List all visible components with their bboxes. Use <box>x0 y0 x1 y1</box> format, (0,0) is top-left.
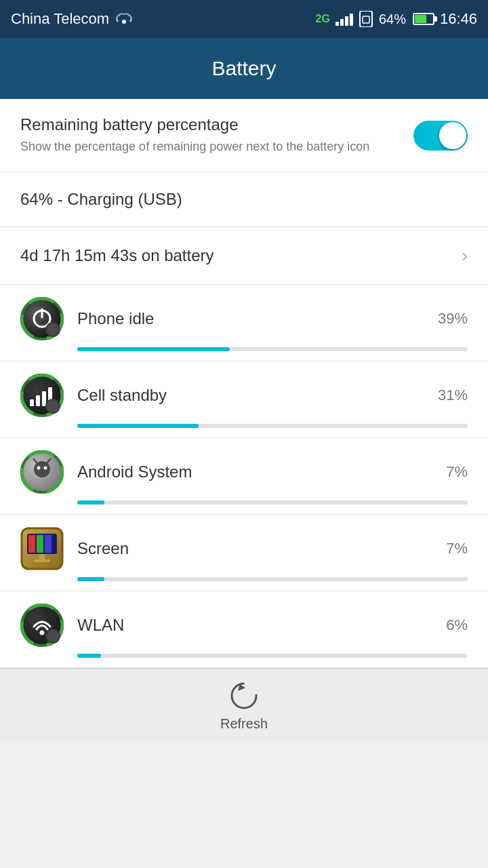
status-right: 2G 64% 16:46 <box>316 10 477 28</box>
android-system-name: Android System <box>77 462 446 481</box>
svg-point-31 <box>40 631 45 635</box>
svg-rect-27 <box>39 554 45 559</box>
charging-status-text: 64% - Charging (USB) <box>20 190 182 209</box>
android-system-pct: 7% <box>446 463 468 481</box>
svg-rect-12 <box>42 391 46 406</box>
battery-time-row[interactable]: 4d 17h 15m 43s on battery › <box>0 227 488 285</box>
svg-point-18 <box>37 467 41 470</box>
svg-point-19 <box>44 467 47 470</box>
screen-name: Screen <box>77 539 446 558</box>
refresh-icon <box>228 679 260 712</box>
svg-point-0 <box>122 20 126 24</box>
phone-idle-name: Phone idle <box>77 309 438 328</box>
phone-idle-icon <box>20 297 64 340</box>
battery-item-screen[interactable]: Screen 7% <box>0 515 488 591</box>
carrier-name: China Telecom <box>11 10 109 28</box>
battery-time-text: 4d 17h 15m 43s on battery <box>20 246 214 265</box>
phone-idle-pct: 39% <box>438 310 468 328</box>
screen-pct: 7% <box>446 540 468 557</box>
battery-item-phone-idle[interactable]: Phone idle 39% <box>0 285 488 361</box>
svg-point-32 <box>46 629 60 643</box>
chevron-right-icon: › <box>462 245 468 267</box>
signal-bars <box>336 12 353 26</box>
android-system-bar <box>77 500 468 505</box>
refresh-button[interactable]: Refresh <box>220 679 268 732</box>
bottom-bar[interactable]: Refresh <box>0 668 488 743</box>
status-left: China Telecom <box>11 10 134 28</box>
status-bar: China Telecom 2G 64% 16:46 <box>0 0 488 38</box>
battery-item-wlan[interactable]: WLAN 6% <box>0 591 488 668</box>
android-system-icon <box>20 450 64 494</box>
wlan-pct: 6% <box>446 616 468 634</box>
remaining-battery-desc: Show the percentage of remaining power n… <box>20 138 400 155</box>
remaining-battery-row[interactable]: Remaining battery percentage Show the pe… <box>0 99 488 172</box>
svg-rect-28 <box>34 559 50 562</box>
svg-rect-26 <box>45 535 52 553</box>
battery-item-cell-standby[interactable]: Cell standby 31% <box>0 361 488 438</box>
cell-standby-name: Cell standby <box>77 386 438 405</box>
svg-rect-24 <box>28 535 35 553</box>
time-display: 16:46 <box>440 10 477 28</box>
refresh-label: Refresh <box>220 716 268 732</box>
svg-point-17 <box>34 461 50 477</box>
svg-rect-2 <box>363 16 369 23</box>
battery-icon <box>413 13 434 25</box>
app-bar: Battery <box>0 38 488 99</box>
battery-items-list: Phone idle 39% <box>0 285 488 668</box>
wlan-bar <box>77 654 468 658</box>
svg-point-7 <box>46 323 60 336</box>
toggle-knob <box>439 122 466 149</box>
sim-icon <box>359 11 373 27</box>
content: Remaining battery percentage Show the pe… <box>0 99 488 668</box>
screen-icon <box>20 527 64 570</box>
phone-idle-bar <box>77 347 468 351</box>
svg-rect-11 <box>36 395 40 406</box>
cell-standby-pct: 31% <box>438 387 468 404</box>
cell-standby-icon <box>20 374 64 417</box>
page-title: Battery <box>211 57 276 80</box>
svg-rect-10 <box>30 399 34 406</box>
screen-bar <box>77 577 468 581</box>
carrier-icon <box>115 12 134 26</box>
network-type: 2G <box>316 14 330 24</box>
svg-rect-25 <box>37 535 43 553</box>
cell-standby-bar <box>77 424 468 428</box>
remaining-battery-text: Remaining battery percentage Show the pe… <box>20 115 413 155</box>
remaining-battery-toggle[interactable] <box>413 121 468 151</box>
battery-percentage: 64% <box>379 12 406 27</box>
wlan-name: WLAN <box>77 616 446 635</box>
charging-status-row: 64% - Charging (USB) <box>0 172 488 227</box>
svg-rect-1 <box>360 11 372 27</box>
remaining-battery-title: Remaining battery percentage <box>20 115 400 134</box>
wlan-icon <box>20 604 64 647</box>
battery-item-android-system[interactable]: Android System 7% <box>0 438 488 515</box>
svg-point-14 <box>46 399 60 413</box>
